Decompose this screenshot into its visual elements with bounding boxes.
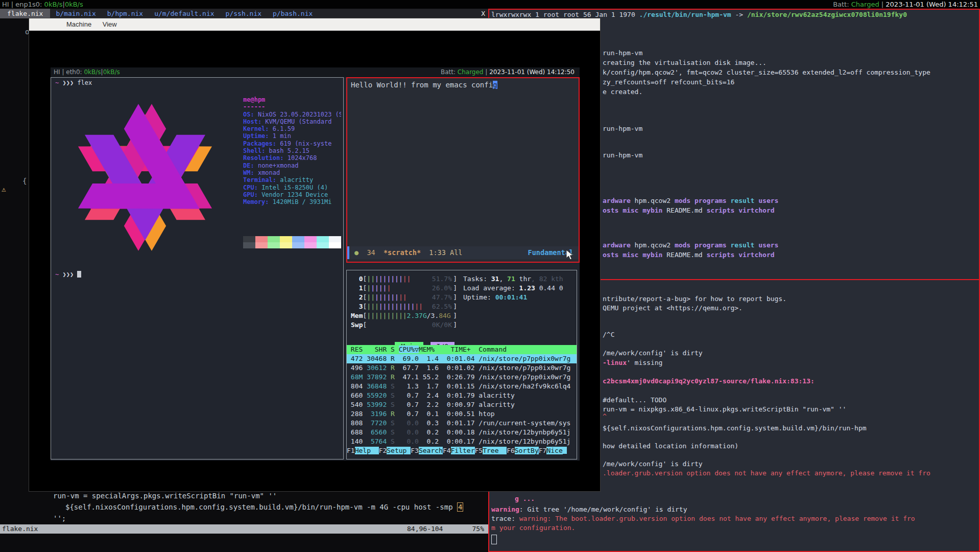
vm-emacs-pane[interactable]: Hello World!! from my emacs config ● 34 … xyxy=(346,77,580,263)
tab-default-nix[interactable]: u/m/default.nix xyxy=(149,9,220,18)
terminal-line: e created. xyxy=(603,88,642,96)
htop-process-row[interactable]: 808 7720 S 0.0 0.3 0:01.17 /run/current-… xyxy=(347,419,577,428)
emacs-cursor: g xyxy=(493,81,497,89)
shell-prompt: ~ ❯❯❯ xyxy=(55,271,81,278)
tab-bash-nix[interactable]: p/bash.nix xyxy=(267,9,318,18)
htop-process-row[interactable]: 140 5764 S 0.0 0.2 0:00.17 /nix/store/12… xyxy=(347,437,577,446)
neofetch-entry: OS: NixOS 23.05.20231023 (St xyxy=(243,111,341,118)
neofetch-entry: GPU: Vendor 1234 Device xyxy=(243,191,341,198)
fkey-button-search[interactable]: Search xyxy=(419,447,443,454)
vim-statusline: flake.nix 84,96-104 75% xyxy=(0,524,488,534)
neofetch-entry: CPU: Intel i5-8250U (4) xyxy=(243,184,341,191)
fkey-button-help[interactable]: Help xyxy=(355,447,379,454)
tab-main-nix[interactable]: b/main.nix xyxy=(50,9,101,18)
neofetch-entry: Resolution: 1024x768 xyxy=(243,154,341,162)
terminal-line: ardware hpm.qcow2 mods programs result u… xyxy=(603,197,778,204)
htop-process-row[interactable]: 472 30468 R 69.0 1.4 0:01.04 /nix/store/… xyxy=(347,354,577,363)
terminal-line: QEMU project at <https://qemu.org>. xyxy=(603,304,743,312)
qemu-menubar: Machine View xyxy=(29,18,600,31)
tabline-close-icon[interactable]: X xyxy=(481,9,485,18)
menu-machine[interactable]: Machine xyxy=(62,18,96,31)
palette-swatch xyxy=(304,242,317,248)
fkey-button-setup[interactable]: Setup xyxy=(387,447,411,454)
terminal-line: ardware hpm.qcow2 mods programs result u… xyxy=(603,241,778,249)
terminal-line: ntribute/report-a-bug> for how to report… xyxy=(603,295,786,303)
vm-htop-pane[interactable]: 0[|||||||||||51.7%] 1[||||||26.0%] 2[|||… xyxy=(346,270,577,459)
terminal-color-palette xyxy=(243,236,341,248)
htop-process-row[interactable]: 804 36848 S 1.3 1.7 0:01.15 /nix/store/h… xyxy=(347,382,577,391)
shell-prompt: ~ ❯❯❯ flex xyxy=(55,79,92,86)
qemu-window[interactable]: Machine View HI | eth0: 0kB/s|0kB/s Batt… xyxy=(29,18,601,492)
palette-swatch xyxy=(268,236,280,242)
vm-battery-clock: Batt: Charged | 2023-11-01 (Wed) 14:12:5… xyxy=(441,67,575,77)
fkey-button-tree[interactable]: Tree xyxy=(483,447,507,454)
htop-info-line: Uptime: 00:01:41 xyxy=(463,293,527,302)
vm-status-bar: HI | eth0: 0kB/s|0kB/s Batt: Charged | 2… xyxy=(51,67,580,77)
neofetch-entry: Host: KVM/QEMU (Standard xyxy=(243,118,341,125)
palette-swatch xyxy=(255,236,268,242)
vm-terminal-pane[interactable]: ~ ❯❯❯ flex me@hpm------OS: NixOS 23.05.2… xyxy=(51,77,344,459)
terminal-line: warning: Git tree '/home/me/work/config'… xyxy=(491,505,687,513)
htop-meter: Swp[0K/0K] xyxy=(351,320,457,330)
tab-flake-nix[interactable]: flake.nix xyxy=(0,9,50,18)
palette-swatch xyxy=(280,236,292,242)
fkey-button-nice[interactable]: Nice xyxy=(546,447,562,454)
palette-swatch xyxy=(243,236,255,242)
htop-meter: 3[||||||||||||||62.5%] xyxy=(351,302,457,311)
tab-ssh-nix[interactable]: p/ssh.nix xyxy=(220,9,267,18)
neofetch-entry: Packages: 619 (nix-syste xyxy=(243,140,341,147)
htop-process-row[interactable]: 288 3196 R 0.7 0.1 0:00.51 htop xyxy=(347,409,577,419)
vm-network-status: HI | eth0: 0kB/s|0kB/s xyxy=(54,67,120,77)
emacs-buffer-name: *scratch* xyxy=(384,248,421,257)
vim-cursor: 4 xyxy=(457,502,463,512)
htop-process-row[interactable]: 688 6560 S 0.0 0.2 0:00.18 /nix/store/12… xyxy=(347,428,577,437)
terminal-line: k/config/hpm.qcow2', fmt=qcow2 cluster_s… xyxy=(603,68,930,76)
neofetch-entry: DE: none+xmonad xyxy=(243,162,341,169)
fkey-button-sortby[interactable]: SortBy xyxy=(515,447,539,454)
terminal-line: ${self.nixosConfigurations.hpm.config.sy… xyxy=(603,424,867,432)
tab-hpm-nix[interactable]: b/hpm.nix xyxy=(102,9,149,18)
terminal-line: trace: warning: The boot.loader.grub.ver… xyxy=(491,515,915,522)
terminal-line: run-vm = nixpkgs.x86_64-linux.pkgs.write… xyxy=(603,405,846,413)
htop-meter: Mem[||||||||||2.37G/3.84G] xyxy=(351,311,457,320)
emacs-buffer-text: Hello World!! from my emacs config xyxy=(351,81,497,89)
palette-swatch xyxy=(292,242,304,248)
palette-swatch xyxy=(243,242,255,248)
fkey: F4 xyxy=(443,447,451,454)
palette-swatch xyxy=(292,236,304,242)
palette-swatch xyxy=(317,242,329,248)
htop-process-row[interactable]: 496 30612 R 67.7 1.6 0:01.02 /nix/store/… xyxy=(347,363,577,373)
menu-view[interactable]: View xyxy=(98,18,122,31)
terminal-line: osts misc mybin README.md scripts virtch… xyxy=(603,251,775,259)
terminal-line: zy_refcounts=off refcount_bits=16 xyxy=(603,78,734,86)
vm-screen[interactable]: HI | eth0: 0kB/s|0kB/s Batt: Charged | 2… xyxy=(51,67,580,461)
terminal-line: g ... xyxy=(515,495,535,502)
palette-swatch xyxy=(317,236,329,242)
vim-code-line: ${self.nixosConfigurations.hpm.config.sy… xyxy=(65,502,463,512)
modified-indicator-icon: ● xyxy=(354,248,358,257)
terminal-line: run-hpm-vm xyxy=(603,125,642,132)
fkey: F1 xyxy=(347,447,355,454)
vim-scroll-percent: 75% xyxy=(472,524,484,534)
terminal-line: how detailed location information) xyxy=(603,442,738,450)
terminal-line: osts misc mybin README.md scripts virtch… xyxy=(603,206,775,214)
htop-table-header[interactable]: RES SHR S CPU%▽MEM% TIME+ Command xyxy=(347,345,577,354)
htop-sort-column[interactable]: CPU%▽ xyxy=(399,346,419,353)
fkey-button-filter[interactable]: Filter xyxy=(451,447,475,454)
mouse-cursor xyxy=(566,249,574,261)
terminal-line: /^C xyxy=(603,331,614,338)
terminal-line: c2bcsm4xmj0vd0capi9q2yc0yzl87-source/fla… xyxy=(603,377,815,385)
palette-swatch xyxy=(329,242,341,248)
htop-process-row[interactable]: 540 53992 S 0.7 2.2 0:00.97 alacritty xyxy=(347,400,577,409)
htop-info-line: Tasks: 31, 71 thr, 82 kth xyxy=(463,274,563,284)
htop-process-row[interactable]: 68M 37892 R 47.1 55.2 0:26.79 /nix/store… xyxy=(347,373,577,382)
vim-code-line: ''; xyxy=(53,513,66,523)
fkey: F3 xyxy=(411,447,419,454)
htop-meter: 0[|||||||||||51.7%] xyxy=(351,274,457,284)
vim-filename: flake.nix xyxy=(2,524,38,534)
neofetch-entry: Terminal: alacritty xyxy=(243,176,341,183)
terminal-line: run-hpm-vm xyxy=(603,151,642,159)
terminal-line: .loader.grub.version option does not hav… xyxy=(603,469,930,477)
htop-process-row[interactable]: 660 55920 S 0.7 2.4 0:01.79 alacritty xyxy=(347,391,577,400)
vim-code-line: run-vm = specialArgs.pkgs.writeScriptBin… xyxy=(53,491,277,501)
